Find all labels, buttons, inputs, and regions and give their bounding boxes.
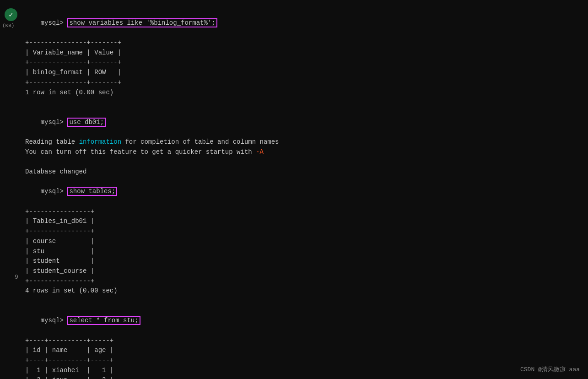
status-icon [5,8,17,21]
terminal-line: | student_course | [25,266,583,276]
terminal-line: | Variable_name | Value | [25,48,583,58]
terminal-line: | id | name | age | [25,346,583,356]
prompt: mysql> [41,317,68,324]
cmd-box: use db01; [67,118,106,127]
prompt: mysql> [41,188,68,195]
info-text: information [79,138,121,146]
kb-label: (KB) [2,23,14,28]
prompt: mysql> [41,19,68,27]
terminal-line: Reading table information for completion… [25,137,583,147]
terminal-line: | binlog_format | ROW | [25,68,583,78]
terminal-line: +---------------+-------+ [25,38,583,48]
prompt: mysql> [41,119,68,126]
terminal-line: | student | [25,256,583,266]
terminal-line: Database changed [25,167,583,177]
terminal-line: You can turn off this feature to get a q… [25,147,583,157]
terminal-line: mysql> show variables like '%binlog_form… [25,8,583,38]
line-number-9: 9 [15,274,18,281]
terminal-line: +---------------+-------+ [25,78,583,88]
terminal-line: mysql> show tables; [25,177,583,207]
blank-line [25,296,583,306]
cmd-box: show tables; [67,187,117,196]
terminal-line: | 1 | xiaohei | 1 | [25,366,583,376]
terminal-line: +---------------+-------+ [25,58,583,68]
terminal-window: (KB) 9 mysql> show variables like '%binl… [0,0,588,379]
terminal-line: 1 row in set (0.00 sec) [25,88,583,98]
terminal-line: | stu | [25,247,583,257]
blank-line [25,97,583,108]
terminal-line: | course | [25,237,583,247]
terminal-line: 4 rows in set (0.00 sec) [25,286,583,296]
terminal-line: +----------------+ [25,276,583,287]
terminal-line: | 3 | java | 3 | [25,375,583,379]
terminal-line: +----------------+ [25,207,583,217]
terminal-line: mysql> use db01; [25,108,583,137]
terminal-line: +----+----------+-----+ [25,336,583,346]
blank-line [25,157,583,167]
terminal-line: +----+----------+-----+ [25,356,583,366]
terminal-line: | Tables_in_db01 | [25,217,583,227]
terminal-line: mysql> select * from stu; [25,306,583,336]
watermark: CSDN @清风微凉 aaa [520,365,580,374]
flag-text: -A [256,148,264,156]
cmd-box: select * from stu; [67,316,140,325]
terminal-line: +----------------+ [25,227,583,237]
cmd-box: show variables like '%binlog_format%'; [67,18,217,27]
